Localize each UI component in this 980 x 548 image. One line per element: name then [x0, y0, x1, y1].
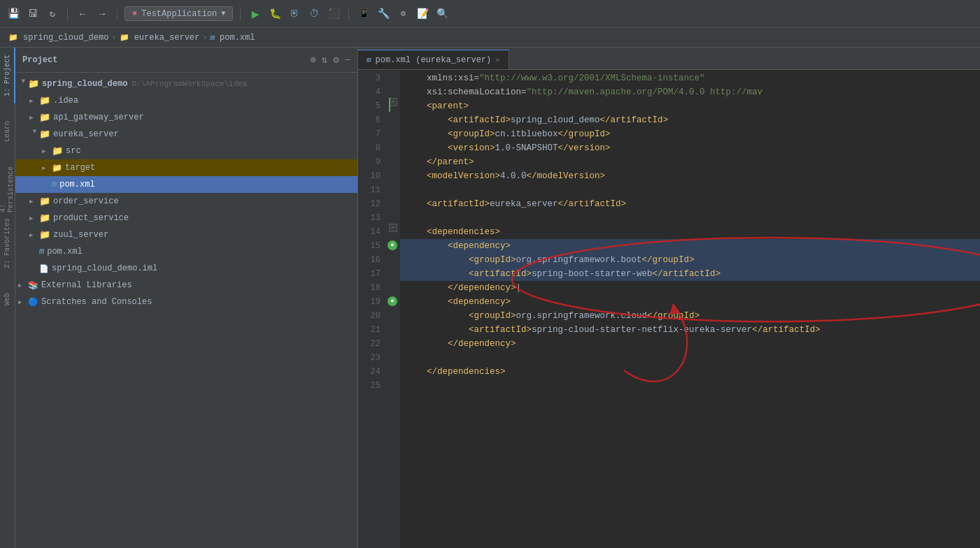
tab-pom-xml[interactable]: m pom.xml (eureka_server) ✕ [358, 50, 509, 69]
tree-target[interactable]: ▶ 📁 target [15, 159, 357, 176]
device-icon[interactable]: 📱 [356, 6, 371, 22]
save-icon[interactable]: 💾 [6, 6, 21, 22]
gutter-icon-19[interactable]: ● [388, 296, 397, 306]
tree-eureka-server[interactable]: ▶ 📁 eureka_server [15, 126, 357, 143]
tab-close-btn[interactable]: ✕ [495, 55, 500, 64]
back-icon[interactable]: ← [75, 6, 90, 22]
code-line-7: <groupId>cn.itbluebox</groupId> [400, 127, 980, 141]
breadcrumb-sep1: › [111, 33, 116, 43]
tree-pom-eureka[interactable]: ▶ m pom.xml [15, 176, 357, 193]
tree-order-service[interactable]: ▶ 📁 order_service [15, 193, 357, 210]
profile-button[interactable]: ⏱ [306, 6, 322, 22]
chevron-down-icon: ▼ [221, 10, 225, 17]
sidebar-item-learn[interactable]: Learn [0, 103, 15, 159]
iml-icon: 📄 [39, 264, 49, 273]
sidebar-item-web[interactable]: Web [0, 271, 15, 327]
eureka-folder-icon: 📁 [39, 129, 50, 140]
pom-eureka-icon: m [52, 180, 57, 189]
root-arrow: ▶ [20, 79, 27, 89]
order-label: order_service [53, 196, 119, 206]
breadcrumb-sep2: › [202, 33, 207, 43]
code-line-21: <artifactId>spring-cloud-starter-netflix… [400, 323, 980, 337]
toolbar: 💾 🖫 ↻ ← → ✖ TestApplication ▼ ▶ 🐛 ⛨ ⏱ ⬛ … [0, 0, 980, 28]
locate-icon[interactable]: ⊕ [310, 54, 315, 66]
tree-src[interactable]: ▶ 📁 src [15, 143, 357, 159]
code-content[interactable]: xmlns:xsi="http://www.w3.org/2001/XMLSch… [400, 70, 980, 548]
root-path: D:\AProgramWorkSpace\idea [132, 80, 247, 88]
sep2 [117, 7, 118, 21]
api-gateway-label: api_gateway_server [53, 113, 144, 122]
tree-zuul-server[interactable]: ▶ 📁 zuul_server [15, 226, 357, 243]
save-all-icon[interactable]: 🖫 [25, 6, 41, 22]
forward-icon[interactable]: → [94, 6, 110, 22]
gutter-icon-15[interactable]: ● [388, 240, 397, 250]
tree-idea[interactable]: ▶ 📁 .idea [15, 92, 357, 109]
tree-root[interactable]: ▶ 📁 spring_cloud_demo D:\AProgramWorkSpa… [15, 75, 357, 92]
breadcrumb-root[interactable]: spring_cloud_demo [23, 33, 108, 43]
code-line-24: </dependencies> [400, 365, 980, 379]
gutter: − − ● ● [386, 70, 400, 548]
settings-icon[interactable]: 🔧 [376, 6, 391, 22]
product-folder-icon: 📁 [39, 212, 50, 224]
breadcrumb-file[interactable]: pom.xml [220, 33, 255, 43]
stop-button[interactable]: ⬛ [326, 6, 341, 22]
code-line-11 [400, 183, 980, 197]
target-label: target [65, 163, 95, 173]
search-icon[interactable]: 🔍 [434, 6, 450, 22]
zuul-folder-icon: 📁 [39, 229, 50, 240]
tree-iml[interactable]: ▶ 📄 spring_cloud_demo.iml [15, 260, 357, 277]
api-gateway-folder-icon: 📁 [39, 112, 50, 123]
code-line-4: xsi:schemaLocation="http://maven.apache.… [400, 85, 980, 99]
code-line-6: <artifactId>spring_cloud_demo</artifactI… [400, 113, 980, 127]
minimize-icon[interactable]: − [345, 55, 350, 66]
src-label: src [66, 146, 81, 156]
fold-dependencies-icon[interactable]: − [389, 224, 397, 232]
coverage-button[interactable]: ⛨ [287, 6, 302, 22]
structure-icon[interactable]: ⚙ [395, 6, 411, 22]
code-line-12: <artifactId>eureka_server</artifactId> [400, 197, 980, 211]
code-line-19: <dependency> [400, 295, 980, 309]
tree-product-service[interactable]: ▶ 📁 product_service [15, 210, 357, 226]
app-selector[interactable]: ✖ TestApplication ▼ [125, 6, 233, 21]
code-line-10: <modelVersion>4.0.0</modelVersion> [400, 169, 980, 183]
editor-area: m pom.xml (eureka_server) ✕ 3 4 5 6 7 8 … [358, 48, 980, 548]
breadcrumb-project-icon: 📁 [8, 33, 18, 42]
sidebar-item-persistence[interactable]: 4: Persistence [0, 159, 15, 215]
sep3 [240, 7, 241, 21]
refresh-icon[interactable]: ↻ [45, 6, 60, 22]
code-line-20: <groupId>org.springframework.cloud</grou… [400, 309, 980, 323]
code-line-18: </dependency>| [400, 281, 980, 295]
pom-eureka-label: pom.xml [59, 180, 94, 189]
order-folder-icon: 📁 [39, 196, 50, 207]
editor-tabs: m pom.xml (eureka_server) ✕ [358, 48, 980, 70]
code-line-3: xmlns:xsi="http://www.w3.org/2001/XMLSch… [400, 71, 980, 85]
code-line-8: <version>1.0-SNAPSHOT</version> [400, 141, 980, 155]
src-folder-icon: 📁 [52, 145, 63, 157]
tree-scratches[interactable]: ▶ 🔵 Scratches and Consoles [15, 294, 357, 310]
tree-pom-root[interactable]: ▶ m pom.xml [15, 243, 357, 260]
gear-icon[interactable]: ⚙ [333, 54, 339, 66]
target-arrow: ▶ [42, 164, 52, 172]
code-line-16: <groupId>org.springframework.boot</group… [400, 253, 980, 267]
idea-arrow: ▶ [29, 97, 39, 105]
code-line-22: </dependency> [400, 337, 980, 351]
editor-icon[interactable]: 📝 [415, 6, 430, 22]
pom-root-icon: m [39, 247, 44, 257]
sort-icon[interactable]: ⇅ [322, 54, 327, 66]
target-folder-icon: 📁 [52, 163, 62, 173]
debug-button[interactable]: 🐛 [267, 6, 283, 22]
project-panel: Project ⊕ ⇅ ⚙ − ▶ 📁 spring_cloud_demo D:… [15, 48, 358, 548]
breadcrumb-folder-icon: 📁 [120, 33, 129, 42]
code-line-17: <artifactId>spring-boot-starter-web</art… [400, 267, 980, 281]
pom-root-label: pom.xml [47, 247, 82, 257]
tree-external-libraries[interactable]: ▶ 📚 External Libraries [15, 277, 357, 294]
tree-api-gateway[interactable]: ▶ 📁 api_gateway_server [15, 109, 357, 126]
code-editor: 3 4 5 6 7 8 9 10 11 12 13 14 15 16 17 18… [358, 70, 980, 548]
app-icon: ✖ [132, 8, 137, 19]
sidebar-item-favorites[interactable]: 2: Favorites [0, 215, 15, 271]
product-label: product_service [53, 213, 129, 223]
breadcrumb-module[interactable]: eureka_server [134, 33, 200, 43]
scratches-icon: 🔵 [28, 297, 38, 308]
sidebar-item-project[interactable]: 1: Project [0, 48, 15, 103]
run-button[interactable]: ▶ [248, 6, 263, 22]
